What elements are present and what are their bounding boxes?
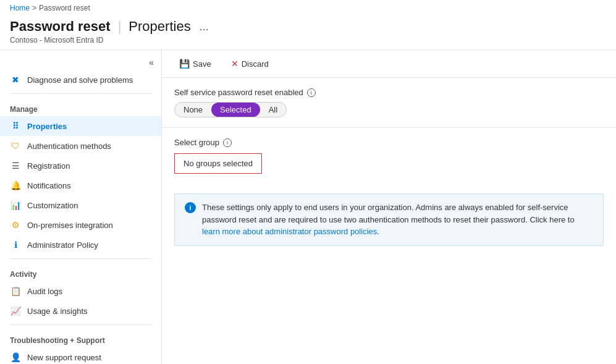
sspr-label: Self service password reset enabled i bbox=[174, 88, 604, 97]
toggle-none[interactable]: None bbox=[175, 103, 211, 117]
sidebar-item-admin-policy-label: Administrator Policy bbox=[27, 240, 98, 250]
sidebar-item-auth-methods[interactable]: 🛡 Authentication methods bbox=[0, 136, 161, 156]
breadcrumb-home[interactable]: Home bbox=[10, 4, 30, 12]
toggle-selected[interactable]: Selected bbox=[211, 103, 260, 117]
sspr-info-icon[interactable]: i bbox=[307, 88, 316, 97]
ellipsis-button[interactable]: ... bbox=[196, 19, 213, 35]
diagnose-icon: ✖ bbox=[10, 74, 21, 85]
sidebar-item-notifications[interactable]: 🔔 Notifications bbox=[0, 176, 161, 195]
info-banner-link[interactable]: learn more about administrator password … bbox=[202, 227, 377, 236]
info-banner-text: These settings only apply to end users i… bbox=[202, 201, 593, 238]
properties-icon: ⠿ bbox=[10, 121, 21, 132]
select-group-section: Select group i No groups selected bbox=[162, 127, 616, 184]
sidebar-section-activity: Activity bbox=[0, 263, 161, 281]
page-subtitle: Properties bbox=[129, 19, 190, 35]
breadcrumb-separator: > bbox=[32, 4, 36, 12]
audit-logs-icon: 📋 bbox=[10, 286, 21, 297]
sidebar-item-diagnose-label: Diagnose and solve problems bbox=[27, 75, 133, 85]
sidebar-item-on-premises[interactable]: ⚙ On-premises integration bbox=[0, 215, 161, 235]
sidebar-item-auth-methods-label: Authentication methods bbox=[27, 142, 111, 151]
on-premises-icon: ⚙ bbox=[10, 219, 21, 231]
sidebar-item-properties[interactable]: ⠿ Properties bbox=[0, 116, 161, 136]
no-groups-box[interactable]: No groups selected bbox=[174, 153, 262, 174]
content-area: 💾 Save ✕ Discard Self service password r… bbox=[162, 50, 616, 364]
sidebar-divider-manage bbox=[10, 93, 151, 94]
discard-label: Discard bbox=[242, 59, 269, 69]
discard-button[interactable]: ✕ Discard bbox=[226, 56, 274, 71]
select-group-label: Select group i bbox=[174, 138, 604, 147]
sidebar-item-audit-logs[interactable]: 📋 Audit logs bbox=[0, 281, 161, 301]
toggle-all[interactable]: All bbox=[260, 103, 286, 117]
toolbar: 💾 Save ✕ Discard bbox=[162, 50, 616, 78]
collapse-button[interactable]: « bbox=[149, 57, 154, 67]
sidebar-item-customization-label: Customization bbox=[27, 201, 78, 210]
auth-methods-icon: 🛡 bbox=[10, 140, 21, 151]
sidebar-item-on-premises-label: On-premises integration bbox=[27, 221, 113, 230]
sidebar-divider-support bbox=[10, 324, 151, 325]
no-groups-text: No groups selected bbox=[184, 159, 253, 168]
sidebar-item-diagnose[interactable]: ✖ Diagnose and solve problems bbox=[0, 70, 161, 90]
save-icon: 💾 bbox=[179, 59, 190, 69]
sidebar-item-notifications-label: Notifications bbox=[27, 181, 71, 190]
title-separator: | bbox=[118, 19, 122, 35]
sidebar-item-registration[interactable]: ☰ Registration bbox=[0, 156, 161, 176]
sidebar-item-audit-logs-label: Audit logs bbox=[27, 287, 62, 296]
sidebar-item-usage-insights-label: Usage & insights bbox=[27, 307, 88, 316]
discard-icon: ✕ bbox=[231, 59, 238, 69]
page-header: Password reset | Properties ... Contoso … bbox=[0, 16, 616, 50]
save-button[interactable]: 💾 Save bbox=[174, 56, 216, 71]
admin-policy-icon: ℹ bbox=[10, 239, 21, 250]
select-group-info-icon[interactable]: i bbox=[223, 138, 232, 147]
registration-icon: ☰ bbox=[10, 160, 21, 171]
sidebar-item-customization[interactable]: 📊 Customization bbox=[0, 195, 161, 215]
sidebar-item-registration-label: Registration bbox=[27, 161, 70, 171]
sidebar-item-usage-insights[interactable]: 📈 Usage & insights bbox=[0, 301, 161, 321]
sidebar: « ✖ Diagnose and solve problems Manage ⠿… bbox=[0, 50, 162, 364]
tenant-info: Contoso - Microsoft Entra ID bbox=[10, 36, 606, 44]
save-label: Save bbox=[193, 59, 211, 69]
breadcrumb-current: Password reset bbox=[39, 4, 90, 12]
info-banner: i These settings only apply to end users… bbox=[174, 193, 604, 246]
customization-icon: 📊 bbox=[10, 200, 21, 211]
sidebar-item-properties-label: Properties bbox=[27, 122, 67, 131]
sspr-toggle-group[interactable]: None Selected All bbox=[174, 102, 287, 117]
page-title: Password reset bbox=[10, 19, 111, 35]
sidebar-section-manage: Manage bbox=[0, 98, 161, 116]
support-icon: 👤 bbox=[10, 352, 21, 363]
sidebar-divider-activity bbox=[10, 258, 151, 259]
notifications-icon: 🔔 bbox=[10, 180, 21, 191]
sidebar-collapse[interactable]: « bbox=[0, 55, 161, 70]
breadcrumb: Home > Password reset bbox=[0, 0, 616, 16]
sspr-section: Self service password reset enabled i No… bbox=[162, 78, 616, 127]
sidebar-item-admin-policy[interactable]: ℹ Administrator Policy bbox=[0, 235, 161, 255]
info-circle-icon: i bbox=[185, 202, 196, 213]
sidebar-item-new-support-label: New support request bbox=[27, 353, 101, 362]
usage-insights-icon: 📈 bbox=[10, 305, 21, 316]
sidebar-section-troubleshooting: Troubleshooting + Support bbox=[0, 329, 161, 347]
sidebar-item-new-support[interactable]: 👤 New support request bbox=[0, 347, 161, 364]
